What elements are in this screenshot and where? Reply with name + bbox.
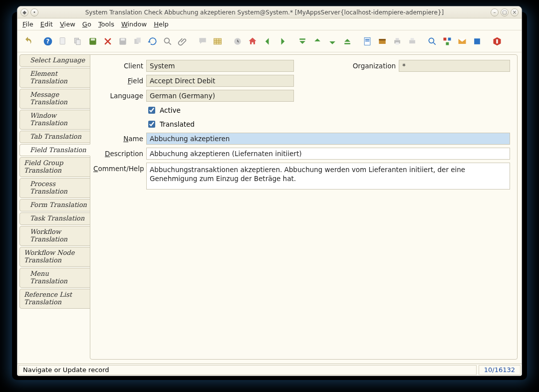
tab-select-language[interactable]: Select Language bbox=[19, 54, 90, 67]
search-icon[interactable] bbox=[161, 35, 174, 48]
menu-go[interactable]: Go bbox=[82, 20, 91, 28]
label-client: Client bbox=[93, 60, 146, 70]
svg-rect-27 bbox=[446, 42, 449, 45]
menu-window[interactable]: Window bbox=[121, 20, 147, 28]
tab-menu-translation[interactable]: Menu Translation bbox=[19, 268, 90, 288]
svg-rect-2 bbox=[60, 37, 65, 44]
svg-rect-22 bbox=[409, 40, 415, 43]
form-panel: Client System Organization * Field Accep… bbox=[90, 54, 518, 360]
window-menu-icon[interactable]: ◆ bbox=[20, 8, 28, 16]
help-icon[interactable]: ? bbox=[41, 35, 54, 48]
toolbar: ? bbox=[17, 30, 522, 52]
menu-file[interactable]: File bbox=[22, 20, 33, 28]
save2-icon[interactable] bbox=[116, 35, 129, 48]
exit-icon[interactable] bbox=[491, 35, 504, 48]
svg-rect-4 bbox=[76, 39, 80, 44]
tab-workflow-translation[interactable]: Workflow Translation bbox=[19, 226, 90, 246]
field-name[interactable]: Abbuchung akzeptieren bbox=[146, 133, 510, 145]
svg-rect-25 bbox=[444, 37, 447, 40]
undo-icon[interactable] bbox=[21, 35, 34, 48]
svg-rect-8 bbox=[121, 38, 125, 40]
copy-record-icon[interactable] bbox=[131, 35, 144, 48]
home-icon[interactable] bbox=[246, 35, 259, 48]
new-icon[interactable] bbox=[56, 35, 69, 48]
svg-rect-23 bbox=[411, 38, 414, 40]
maximize-icon[interactable]: ▢ bbox=[501, 8, 509, 16]
product-icon[interactable] bbox=[471, 35, 484, 48]
svg-point-24 bbox=[429, 38, 434, 43]
svg-rect-21 bbox=[396, 42, 399, 44]
last-icon[interactable] bbox=[341, 35, 354, 48]
svg-rect-12 bbox=[214, 38, 222, 44]
chat-icon[interactable] bbox=[196, 35, 209, 48]
checkbox-translated[interactable]: Translated bbox=[146, 119, 195, 130]
statusbar: Navigate or Update record 10/16132 bbox=[17, 364, 522, 376]
svg-rect-10 bbox=[137, 37, 141, 42]
menubar: File Edit View Go Tools Window Help bbox=[17, 18, 522, 30]
attachment-icon[interactable] bbox=[176, 35, 189, 48]
svg-text:?: ? bbox=[46, 38, 50, 45]
tab-form-translation[interactable]: Form Translation bbox=[19, 199, 90, 211]
delete-icon[interactable] bbox=[101, 35, 114, 48]
save-icon[interactable] bbox=[86, 35, 99, 48]
svg-point-11 bbox=[164, 38, 169, 43]
label-organization: Organization bbox=[294, 60, 399, 70]
label-field: Field bbox=[93, 75, 146, 85]
label-name: Name bbox=[93, 133, 146, 143]
field-comment[interactable]: Abbuchungstransaktionen akzeptieren. Abb… bbox=[146, 163, 510, 190]
tab-window-translation[interactable]: Window Translation bbox=[19, 110, 90, 130]
field-field[interactable]: Accept Direct Debit bbox=[146, 75, 294, 87]
tab-field-translation[interactable]: Field Translation bbox=[19, 144, 90, 157]
down-icon[interactable] bbox=[326, 35, 339, 48]
svg-rect-20 bbox=[396, 38, 399, 40]
titlebar: ◆ • System Translation Check Abbuchung a… bbox=[17, 6, 522, 18]
menu-edit[interactable]: Edit bbox=[40, 20, 53, 28]
prev-icon[interactable] bbox=[261, 35, 274, 48]
field-client[interactable]: System bbox=[146, 60, 294, 72]
label-description: Description bbox=[93, 148, 146, 158]
next-icon[interactable] bbox=[276, 35, 289, 48]
svg-rect-28 bbox=[474, 38, 480, 44]
close-icon[interactable]: × bbox=[511, 8, 519, 16]
up-icon[interactable] bbox=[311, 35, 324, 48]
tab-process-translation[interactable]: Process Translation bbox=[19, 178, 90, 198]
tab-tab-translation[interactable]: Tab Translation bbox=[19, 131, 90, 143]
tab-task-translation[interactable]: Task Translation bbox=[19, 212, 90, 225]
print-icon[interactable] bbox=[391, 35, 404, 48]
field-language[interactable]: German (Germany) bbox=[146, 90, 294, 102]
svg-rect-30 bbox=[496, 39, 498, 43]
report-icon[interactable] bbox=[361, 35, 374, 48]
zoom-icon[interactable] bbox=[426, 35, 439, 48]
field-description[interactable]: Abbuchung akzeptieren (Liefernaten initi… bbox=[146, 148, 510, 160]
menu-tools[interactable]: Tools bbox=[98, 20, 114, 28]
svg-rect-26 bbox=[448, 37, 451, 40]
sidebar: Select Language Element Translation Mess… bbox=[17, 52, 90, 364]
workflow-icon[interactable] bbox=[441, 35, 454, 48]
history-icon[interactable] bbox=[231, 35, 244, 48]
window-title: System Translation Check Abbuchung akzep… bbox=[38, 9, 491, 16]
grid-icon[interactable] bbox=[211, 35, 224, 48]
print2-icon[interactable] bbox=[406, 35, 419, 48]
label-comment: Comment/Help bbox=[93, 163, 146, 173]
refresh-icon[interactable] bbox=[146, 35, 159, 48]
checkbox-active[interactable]: Active bbox=[146, 105, 181, 116]
tab-workflow-node-translation[interactable]: Workflow Node Translation bbox=[19, 247, 90, 267]
field-organization[interactable]: * bbox=[399, 60, 510, 72]
copy-icon[interactable] bbox=[71, 35, 84, 48]
tab-message-translation[interactable]: Message Translation bbox=[19, 89, 90, 109]
first-icon[interactable] bbox=[296, 35, 309, 48]
tab-field-group-translation[interactable]: Field Group Translation bbox=[19, 157, 90, 177]
minimize-icon[interactable]: – bbox=[491, 8, 499, 16]
tab-element-translation[interactable]: Element Translation bbox=[19, 68, 90, 88]
label-language: Language bbox=[93, 90, 146, 100]
tab-reference-list-translation[interactable]: Reference List Translation bbox=[19, 289, 90, 309]
svg-rect-16 bbox=[365, 40, 369, 41]
menu-help[interactable]: Help bbox=[154, 20, 169, 28]
status-message: Navigate or Update record bbox=[18, 365, 477, 375]
window-sticky-icon[interactable]: • bbox=[30, 8, 38, 16]
menu-view[interactable]: View bbox=[60, 20, 75, 28]
archive-icon[interactable] bbox=[376, 35, 389, 48]
svg-rect-6 bbox=[91, 38, 95, 40]
request-icon[interactable] bbox=[456, 35, 469, 48]
app-window: ◆ • System Translation Check Abbuchung a… bbox=[17, 6, 522, 376]
